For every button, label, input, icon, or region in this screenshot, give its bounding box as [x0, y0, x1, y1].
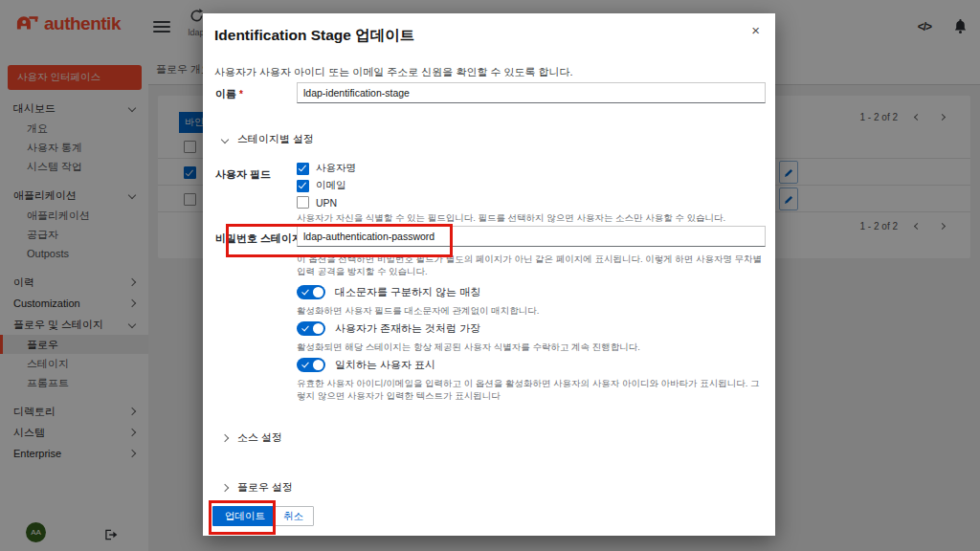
- chevron-right-icon: [221, 483, 229, 491]
- section-flow-settings[interactable]: 플로우 설정: [222, 480, 293, 495]
- section-stage-settings[interactable]: 스테이지별 설정: [222, 132, 314, 146]
- name-input[interactable]: [297, 82, 766, 103]
- toggle-pretend-user-exists[interactable]: 사용자가 존재하는 것처럼 가장: [297, 321, 480, 336]
- switch-on-icon[interactable]: [297, 285, 325, 299]
- checkbox-email[interactable]: 이메일: [297, 179, 346, 192]
- modal-description: 사용자가 사용자 아이디 또는 이메일 주소로 신원을 확인할 수 있도록 합니…: [214, 65, 573, 79]
- checkbox-icon[interactable]: [297, 180, 309, 192]
- user-fields-label: 사용자 필드: [215, 167, 271, 182]
- checkbox-icon[interactable]: [297, 163, 309, 175]
- identification-stage-modal: Identification Stage 업데이트 × 사용자가 사용자 아이디…: [203, 13, 775, 536]
- toggle-case-insensitive[interactable]: 대소문자를 구분하지 않는 매칭: [297, 285, 480, 299]
- checkbox-username[interactable]: 사용자명: [297, 162, 356, 175]
- modal-title: Identification Stage 업데이트: [214, 26, 414, 46]
- name-field-label: 이름*: [215, 87, 243, 101]
- update-button[interactable]: 업데이트: [212, 506, 278, 526]
- toggle-show-matched-user-help: 유효한 사용자 아이디/이메일을 입력하고 이 옵션을 활성화하면 사용자의 사…: [297, 377, 764, 402]
- password-stage-help: 이 옵션을 선택하면 비밀번호 필드가 별도의 페이지가 아닌 같은 페이지에 …: [297, 253, 764, 277]
- toggle-case-insensitive-help: 활성화하면 사용자 필드를 대소문자에 관계없이 매치합니다.: [297, 304, 764, 317]
- checkbox-icon[interactable]: [297, 196, 309, 209]
- chevron-down-icon: [221, 135, 229, 143]
- checkbox-upn[interactable]: UPN: [297, 196, 337, 209]
- close-icon[interactable]: ×: [751, 23, 760, 37]
- switch-on-icon[interactable]: [297, 321, 325, 336]
- toggle-pretend-user-exists-help: 활성화되면 해당 스테이지는 항상 제공된 사용자 식별자를 수락하고 계속 진…: [297, 341, 764, 353]
- user-fields-help: 사용자가 자신을 식별할 수 있는 필드입니다. 필드를 선택하지 않으면 사용…: [297, 211, 764, 224]
- chevron-right-icon: [221, 433, 229, 441]
- switch-on-icon[interactable]: [297, 358, 325, 372]
- section-source-settings[interactable]: 소스 설정: [222, 430, 282, 445]
- password-stage-label: 비밀번호 스테이지: [215, 231, 302, 246]
- toggle-show-matched-user[interactable]: 일치하는 사용자 표시: [297, 358, 435, 372]
- required-mark: *: [239, 89, 243, 99]
- cancel-button[interactable]: 취소: [273, 506, 314, 526]
- password-stage-select[interactable]: [297, 226, 766, 247]
